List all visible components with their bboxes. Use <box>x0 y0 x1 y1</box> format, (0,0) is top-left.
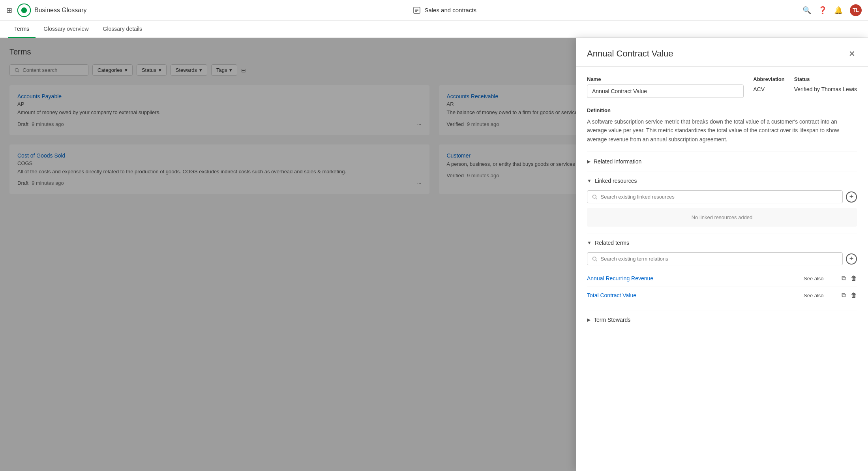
linked-resources-header[interactable]: ▼ Linked resources <box>587 178 857 184</box>
abbreviation-field-label: Abbreviation <box>753 76 784 82</box>
status-field-label: Status <box>794 76 857 82</box>
status-field-value: Verified by Thomas Lewis <box>794 84 857 92</box>
add-related-term-button[interactable]: + <box>846 253 857 265</box>
tab-bar: Terms Glossary overview Glossary details <box>0 21 868 38</box>
side-panel: Annual Contract Value ✕ Name Abbreviatio… <box>576 38 868 471</box>
fields-row: Name Abbreviation ACV Status Verified by… <box>587 76 857 98</box>
linked-resources-content: + No linked resources added <box>587 184 857 227</box>
copy-icon-tcv[interactable]: ⧉ <box>842 292 846 299</box>
chevron-right-icon-stewards: ▶ <box>587 317 591 323</box>
term-stewards-section: ▶ Term Stewards <box>587 310 857 329</box>
linked-resources-search-row: + <box>587 190 857 203</box>
related-terms-search[interactable] <box>587 252 843 265</box>
related-terms-content: + Annual Recurring Revenue See also ⧉ 🗑 <box>587 246 857 304</box>
abbreviation-field-value: ACV <box>753 84 784 92</box>
related-terms-section: ▼ Related terms + <box>587 233 857 310</box>
related-terms-search-row: + <box>587 252 857 265</box>
close-button[interactable]: ✕ <box>847 47 857 60</box>
definition-label: Definition <box>587 107 857 113</box>
related-information-label: Related information <box>594 158 641 165</box>
linked-resources-label: Linked resources <box>595 178 637 184</box>
delete-icon-tcv[interactable]: 🗑 <box>851 292 857 299</box>
side-panel-title: Annual Contract Value <box>587 49 673 59</box>
related-terms-list: Annual Recurring Revenue See also ⧉ 🗑 To… <box>587 270 857 304</box>
name-field-input[interactable] <box>587 84 744 98</box>
svg-line-9 <box>596 198 597 199</box>
tab-glossary-details[interactable]: Glossary details <box>97 21 149 38</box>
related-terms-search-icon <box>592 256 598 262</box>
tab-glossary-overview[interactable]: Glossary overview <box>37 21 95 38</box>
avatar[interactable]: TL <box>850 4 862 16</box>
svg-point-8 <box>592 195 596 198</box>
linked-resources-search-icon <box>592 194 598 200</box>
chevron-down-icon-related: ▼ <box>587 240 592 246</box>
definition-text: A software subscription service metric t… <box>587 117 857 144</box>
related-terms-search-input[interactable] <box>601 256 838 262</box>
abbreviation-field-group: Abbreviation ACV <box>753 76 784 92</box>
qlik-logo <box>17 3 31 17</box>
linked-resources-search[interactable] <box>587 190 843 203</box>
copy-icon-arr[interactable]: ⧉ <box>842 275 846 282</box>
main-layout: Terms Categories ▾ Status ▾ Stewards ▾ <box>0 38 868 471</box>
related-term-type-arr: See also <box>804 276 835 281</box>
term-stewards-label: Term Stewards <box>594 317 630 323</box>
grid-icon[interactable]: ⊞ <box>6 6 12 15</box>
related-term-row-arr: Annual Recurring Revenue See also ⧉ 🗑 <box>587 270 857 287</box>
status-field-group: Status Verified by Thomas Lewis <box>794 76 857 92</box>
related-term-actions-tcv: ⧉ 🗑 <box>842 292 857 299</box>
search-icon[interactable]: 🔍 <box>802 6 811 15</box>
svg-line-11 <box>596 260 597 261</box>
linked-resources-section: ▼ Linked resources + No <box>587 171 857 233</box>
center-label: Sales and contracts <box>424 7 476 13</box>
delete-icon-arr[interactable]: 🗑 <box>851 275 857 282</box>
related-term-row-tcv: Total Contract Value See also ⧉ 🗑 <box>587 287 857 304</box>
related-terms-label: Related terms <box>595 240 629 246</box>
definition-section: Definition A software subscription servi… <box>587 107 857 144</box>
side-panel-header: Annual Contract Value ✕ <box>576 38 868 67</box>
svg-point-1 <box>21 7 27 13</box>
related-term-name-tcv[interactable]: Total Contract Value <box>587 292 797 298</box>
tab-terms[interactable]: Terms <box>8 21 36 38</box>
related-term-type-tcv: See also <box>804 293 835 298</box>
name-field-group: Name <box>587 76 744 98</box>
related-terms-header[interactable]: ▼ Related terms <box>587 240 857 246</box>
related-term-name-arr[interactable]: Annual Recurring Revenue <box>587 275 797 281</box>
side-panel-body: Name Abbreviation ACV Status Verified by… <box>576 67 868 471</box>
logo: Business Glossary <box>17 3 87 17</box>
center-section: Sales and contracts <box>412 6 476 15</box>
related-information-section: ▶ Related information <box>587 152 857 171</box>
top-nav: ⊞ Business Glossary Sales and contracts … <box>0 0 868 21</box>
no-resources-message: No linked resources added <box>587 208 857 227</box>
term-stewards-header[interactable]: ▶ Term Stewards <box>587 317 857 323</box>
right-icons: 🔍 ❓ 🔔 TL <box>802 4 862 16</box>
help-icon[interactable]: ❓ <box>818 6 827 15</box>
add-linked-resource-button[interactable]: + <box>846 191 857 203</box>
chevron-right-icon: ▶ <box>587 159 591 164</box>
svg-point-10 <box>592 257 596 260</box>
linked-resources-search-input[interactable] <box>601 194 838 200</box>
chevron-down-icon-linked: ▼ <box>587 178 592 184</box>
related-information-header[interactable]: ▶ Related information <box>587 158 857 165</box>
notifications-icon[interactable]: 🔔 <box>834 6 843 15</box>
glossary-icon <box>412 6 421 15</box>
related-term-actions-arr: ⧉ 🗑 <box>842 275 857 282</box>
name-field-label: Name <box>587 76 744 82</box>
app-name: Business Glossary <box>34 7 87 14</box>
